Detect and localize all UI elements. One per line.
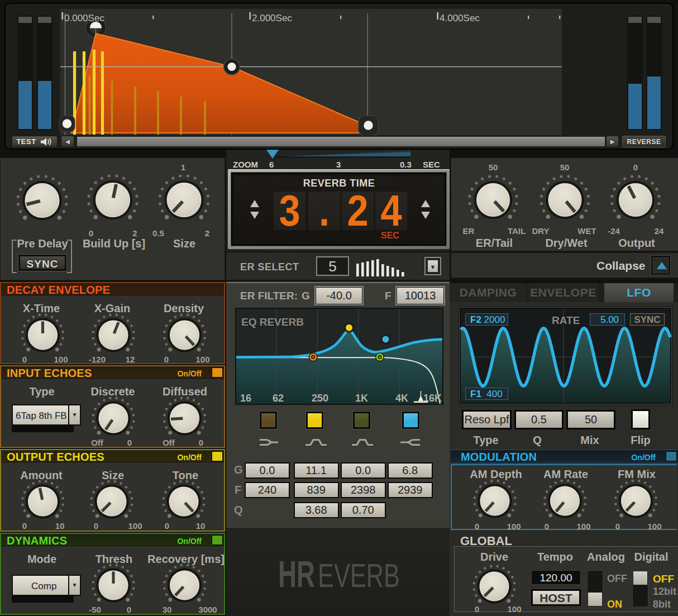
svg-text:1K: 1K [355,393,368,404]
svg-text:250: 250 [312,393,328,404]
svg-text:EQ REVERB: EQ REVERB [241,316,304,328]
svg-text:62: 62 [273,393,284,404]
svg-text:0.000Sec: 0.000Sec [64,13,104,23]
svg-text:EVERB: EVERB [318,557,400,594]
svg-text:4K: 4K [395,393,408,404]
svg-text:16: 16 [240,393,251,404]
svg-text:4.000Sec: 4.000Sec [440,13,480,23]
svg-text:HR: HR [278,553,315,595]
svg-text:2.000Sec: 2.000Sec [252,13,292,23]
